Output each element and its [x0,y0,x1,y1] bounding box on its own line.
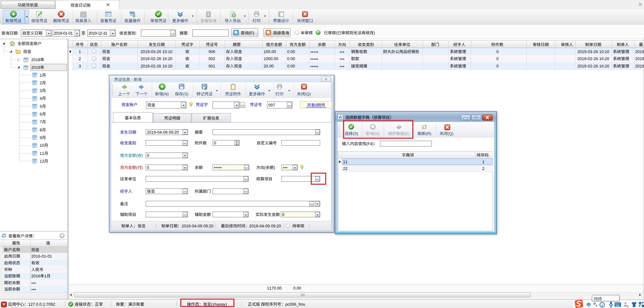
svg-text:21: 21 [25,59,27,62]
svg-text:21: 21 [25,67,27,69]
svg-text:2: 2 [627,305,628,307]
